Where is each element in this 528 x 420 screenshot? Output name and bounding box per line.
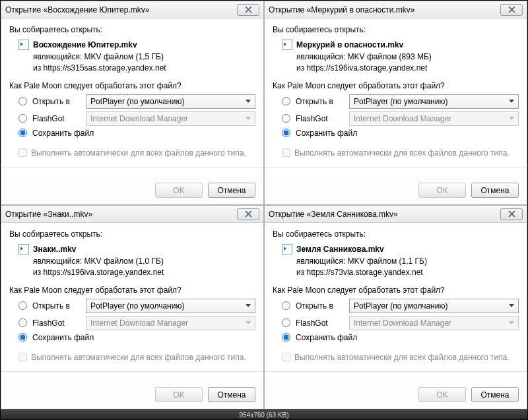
download-dialog: Открытие «Меркурий в опасности.mkv» Вы с… — [264, 1, 527, 205]
file-type-row: являющийся: MKV файлом (1,5 ГБ) — [33, 51, 255, 63]
cancel-button[interactable]: Отмена — [471, 387, 519, 402]
flashgot-radio[interactable] — [18, 114, 27, 123]
ok-label: OK — [173, 390, 184, 400]
flashgot-radio[interactable] — [18, 318, 27, 327]
file-icon — [282, 40, 292, 50]
close-icon — [245, 210, 252, 218]
open-in-radio[interactable] — [282, 97, 290, 105]
save-file-radio[interactable] — [18, 129, 27, 137]
open-in-combo[interactable]: PotPlayer (по умолчанию) — [86, 94, 255, 109]
ok-button[interactable]: OK — [155, 183, 203, 198]
auto-checkbox — [282, 353, 290, 361]
save-file-label: Сохранить файл — [296, 333, 357, 342]
chevron-down-icon — [246, 321, 251, 324]
is-label: являющийся: — [33, 256, 82, 266]
chevron-down-icon — [509, 304, 514, 307]
save-file-label: Сохранить файл — [296, 129, 357, 138]
titlebar: Открытие «Восхождение Юпитер.mkv» — [1, 1, 263, 18]
file-source-row: из https://s196iva.storage.yandex.net — [33, 267, 255, 278]
flashgot-value: Internet Download Manager — [354, 114, 451, 123]
close-button[interactable] — [500, 208, 523, 220]
filename: Знаки..mkv — [33, 245, 77, 254]
open-prompt: Вы собираетесь открыть: — [273, 25, 519, 34]
close-button[interactable] — [237, 4, 259, 16]
ok-button[interactable]: OK — [418, 387, 466, 402]
file-type-row: являющийся: MKV файлом (893 МБ) — [296, 51, 519, 63]
save-file-radio[interactable] — [282, 333, 290, 342]
titlebar: Открытие «Знаки..mkv» — [1, 206, 263, 223]
from-label: из — [296, 63, 304, 73]
auto-checkbox — [18, 148, 27, 157]
cancel-button[interactable]: Отмена — [471, 183, 519, 198]
how-handle-label: Как Pale Moon следует обработать этот фа… — [273, 81, 519, 90]
save-file-label: Сохранить файл — [32, 129, 94, 138]
separator — [1, 167, 263, 167]
file-type: MKV файлом (1,5 ГБ) — [84, 52, 164, 61]
open-in-combo[interactable]: PotPlayer (по умолчанию) — [86, 299, 255, 313]
open-in-combo[interactable]: PotPlayer (по умолчанию) — [349, 94, 519, 109]
flashgot-combo[interactable]: Internet Download Manager — [349, 111, 519, 126]
titlebar: Открытие «Земля Санникова.mkv» — [265, 206, 527, 223]
chevron-down-icon — [509, 100, 514, 103]
how-handle-label: Как Pale Moon следует обработать этот фа… — [9, 285, 255, 295]
how-handle-label: Как Pale Moon следует обработать этот фа… — [273, 285, 519, 295]
window-title: Открытие «Знаки..mkv» — [5, 210, 237, 219]
flashgot-label: FlashGot — [296, 318, 345, 328]
open-in-value: PotPlayer (по умолчанию) — [354, 301, 447, 311]
open-in-label: Открыть в — [32, 97, 82, 106]
open-prompt: Вы собираетесь открыть: — [9, 229, 255, 239]
open-in-value: PotPlayer (по умолчанию) — [354, 97, 447, 106]
file-type: MKV файлом (1,0 ГБ) — [84, 256, 164, 266]
flashgot-value: Internet Download Manager — [354, 318, 451, 328]
save-file-radio[interactable] — [282, 129, 290, 137]
open-in-label: Открыть в — [32, 301, 82, 311]
save-file-label: Сохранить файл — [32, 333, 94, 342]
ok-button[interactable]: OK — [155, 387, 203, 402]
from-label: из — [33, 63, 41, 73]
cancel-button[interactable]: Отмена — [208, 183, 255, 198]
flashgot-label: FlashGot — [296, 114, 345, 123]
file-source: https://s196iva.storage.yandex.net — [44, 268, 164, 277]
filename: Меркурий в опасности.mkv — [296, 40, 403, 49]
flashgot-value: Internet Download Manager — [90, 318, 188, 328]
filename: Земля Санникова.mkv — [296, 245, 384, 254]
download-dialog: Открытие «Земля Санникова.mkv» Вы собира… — [264, 205, 527, 409]
flashgot-radio[interactable] — [282, 318, 290, 327]
flashgot-label: FlashGot — [32, 114, 82, 123]
close-button[interactable] — [237, 208, 259, 220]
how-handle-label: Как Pale Moon следует обработать этот фа… — [9, 81, 255, 90]
close-button[interactable] — [500, 4, 523, 16]
file-source-row: из https://s73vla.storage.yandex.net — [296, 267, 519, 278]
cancel-button[interactable]: Отмена — [208, 387, 255, 402]
flashgot-label: FlashGot — [32, 318, 82, 328]
flashgot-value: Internet Download Manager — [90, 114, 188, 123]
window-title: Открытие «Восхождение Юпитер.mkv» — [5, 5, 237, 15]
chevron-down-icon — [246, 117, 251, 120]
auto-checkbox — [18, 353, 27, 361]
flashgot-combo[interactable]: Internet Download Manager — [349, 316, 519, 330]
flashgot-radio[interactable] — [282, 114, 290, 123]
from-label: из — [33, 268, 41, 277]
separator — [265, 371, 527, 372]
open-in-radio[interactable] — [18, 97, 27, 105]
download-dialog: Открытие «Восхождение Юпитер.mkv» Вы соб… — [1, 1, 264, 205]
open-in-radio[interactable] — [18, 301, 27, 310]
is-label: являющийся: — [296, 52, 345, 61]
flashgot-combo[interactable]: Internet Download Manager — [86, 111, 255, 126]
file-type-row: являющийся: MKV файлом (1,1 ГБ) — [296, 256, 519, 267]
cancel-label: Отмена — [217, 390, 246, 400]
cancel-label: Отмена — [480, 390, 509, 400]
auto-label: Выполнять автоматически для всех файлов … — [31, 353, 246, 362]
is-label: являющийся: — [33, 52, 82, 61]
file-source: https://s315sas.storage.yandex.net — [44, 63, 166, 73]
filename: Восхождение Юпитер.mkv — [33, 40, 137, 49]
file-icon — [18, 40, 29, 50]
cancel-label: Отмена — [217, 186, 246, 195]
file-type: MKV файлом (893 МБ) — [348, 52, 432, 61]
open-in-radio[interactable] — [282, 301, 290, 310]
ok-button[interactable]: OK — [418, 183, 466, 198]
save-file-radio[interactable] — [18, 333, 27, 342]
open-in-label: Открыть в — [296, 301, 345, 311]
open-in-combo[interactable]: PotPlayer (по умолчанию) — [349, 299, 519, 313]
flashgot-combo[interactable]: Internet Download Manager — [86, 316, 255, 330]
